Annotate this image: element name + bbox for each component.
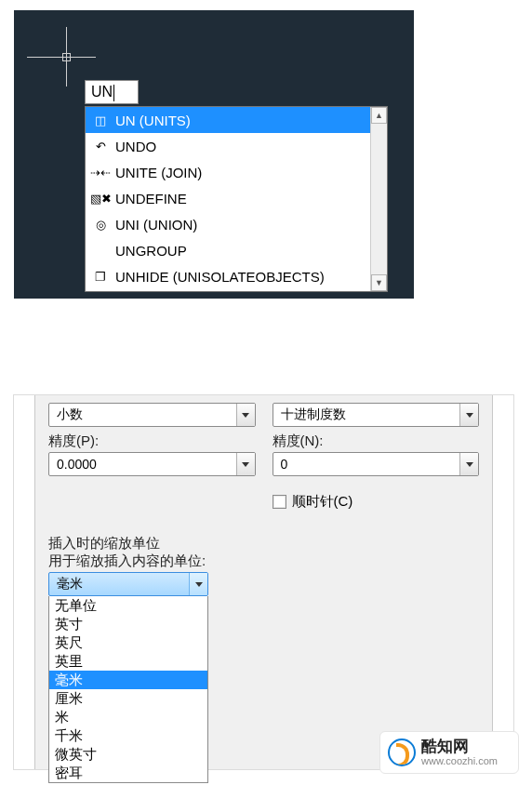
watermark-url: www.coozhi.com	[421, 755, 498, 766]
suggestion-item[interactable]: ▧✖UNDEFINE	[86, 185, 370, 211]
scroll-track[interactable]	[371, 124, 387, 274]
insertion-units-list: 无单位英寸英尺英里毫米厘米米千米微英寸密耳	[48, 596, 208, 783]
insertion-subtitle: 用于缩放插入内容的单位:	[48, 552, 479, 570]
insertion-units-dropdown[interactable]: 毫米	[48, 572, 208, 596]
suggestion-label: UNGROUP	[115, 243, 187, 259]
clockwise-checkbox[interactable]	[273, 495, 286, 509]
command-input-value: UN	[91, 84, 113, 100]
dim-icon: ◫	[91, 112, 110, 128]
join-icon: ⇢⇠	[91, 164, 110, 180]
suggestion-label: UNITE (JOIN)	[115, 165, 202, 180]
length-type-dropdown[interactable]: 小数	[48, 403, 256, 427]
command-suggestions: ◫UN (UNITS)↶UNDO⇢⇠UNITE (JOIN)▧✖UNDEFINE…	[85, 106, 388, 292]
units-dialog-frame: 小数 精度(P): 0.0000 十进制度数 精度(N): 0	[13, 394, 514, 770]
dropdown-button-icon	[189, 573, 207, 595]
unit-option[interactable]: 英里	[49, 652, 207, 671]
crosshair-cursor	[60, 51, 73, 64]
watermark-logo-icon	[388, 738, 416, 766]
unit-option[interactable]: 米	[49, 708, 207, 726]
angle-column: 十进制度数 精度(N): 0 顺时针(C)	[273, 403, 480, 511]
suggestion-label: UNHIDE (UNISOLATEOBJECTS)	[115, 269, 325, 285]
length-type-value: 小数	[57, 406, 83, 423]
suggestion-item[interactable]: UNGROUP	[86, 237, 370, 263]
suggestion-label: UN (UNITS)	[115, 113, 191, 128]
angle-precision-dropdown[interactable]: 0	[273, 452, 480, 476]
cad-canvas: UN ◫UN (UNITS)↶UNDO⇢⇠UNITE (JOIN)▧✖UNDEF…	[14, 10, 414, 299]
undefine-icon: ▧✖	[91, 190, 110, 206]
angle-type-value: 十进制度数	[281, 406, 346, 423]
length-precision-label: 精度(P):	[48, 432, 256, 450]
blank-icon	[91, 242, 110, 259]
unit-option[interactable]: 无单位	[49, 596, 207, 615]
scroll-down-button[interactable]: ▼	[371, 274, 387, 291]
suggestion-label: UNDEFINE	[115, 191, 187, 206]
unhide-icon: ❐	[91, 268, 110, 285]
watermark: 酷知网 www.coozhi.com	[379, 731, 519, 774]
suggestion-scrollbar[interactable]: ▲ ▼	[370, 107, 387, 291]
watermark-title: 酷知网	[421, 738, 498, 756]
unit-option[interactable]: 英寸	[49, 615, 207, 633]
dropdown-button-icon	[236, 404, 255, 426]
unit-option[interactable]: 英尺	[49, 633, 207, 652]
suggestion-item[interactable]: ◫UN (UNITS)	[86, 107, 370, 133]
angle-precision-value: 0	[281, 457, 288, 472]
angle-type-dropdown[interactable]: 十进制度数	[273, 403, 480, 427]
insertion-title: 插入时的缩放单位	[48, 535, 479, 552]
clockwise-row[interactable]: 顺时针(C)	[273, 493, 480, 511]
length-precision-value: 0.0000	[57, 457, 97, 472]
suggestion-label: UNI (UNION)	[115, 217, 197, 233]
unit-option[interactable]: 厘米	[49, 689, 207, 708]
suggestion-list: ◫UN (UNITS)↶UNDO⇢⇠UNITE (JOIN)▧✖UNDEFINE…	[86, 107, 370, 291]
unit-option[interactable]: 千米	[49, 726, 207, 745]
length-column: 小数 精度(P): 0.0000	[48, 403, 256, 476]
suggestion-item[interactable]: ⇢⇠UNITE (JOIN)	[86, 159, 370, 185]
unit-option[interactable]: 毫米	[49, 671, 207, 689]
suggestion-item[interactable]: ↶UNDO	[86, 133, 370, 159]
undo-icon: ↶	[91, 138, 110, 154]
unit-option[interactable]: 微英寸	[49, 745, 207, 764]
dropdown-button-icon	[236, 453, 255, 475]
units-dialog: 小数 精度(P): 0.0000 十进制度数 精度(N): 0	[34, 395, 493, 769]
clockwise-label: 顺时针(C)	[292, 493, 353, 511]
suggestion-item[interactable]: ◎UNI (UNION)	[86, 211, 370, 237]
suggestion-item[interactable]: ❐UNHIDE (UNISOLATEOBJECTS)	[86, 263, 370, 289]
dropdown-button-icon	[459, 453, 478, 475]
dropdown-button-icon	[459, 404, 478, 426]
scroll-up-button[interactable]: ▲	[371, 107, 387, 124]
angle-precision-label: 精度(N):	[273, 432, 480, 450]
union-icon: ◎	[91, 216, 110, 233]
command-input[interactable]: UN	[85, 80, 139, 104]
suggestion-label: UNDO	[115, 139, 156, 154]
unit-option[interactable]: 密耳	[49, 764, 207, 782]
length-precision-dropdown[interactable]: 0.0000	[48, 452, 256, 476]
insertion-units-value: 毫米	[57, 576, 83, 592]
